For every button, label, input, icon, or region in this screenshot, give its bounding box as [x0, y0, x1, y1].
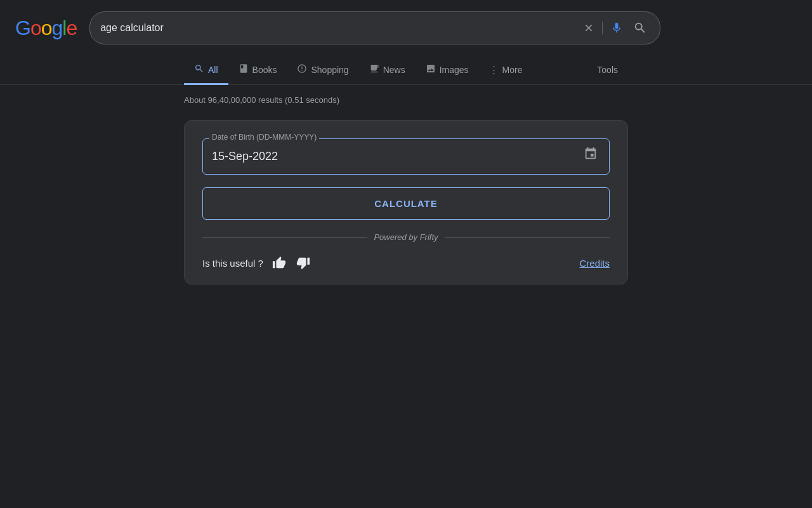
tab-all[interactable]: All	[184, 56, 228, 85]
dob-field-wrapper: Date of Birth (DD-MMM-YYYY) 15-Sep-2022	[202, 138, 610, 175]
dob-row: 15-Sep-2022	[212, 144, 600, 166]
all-icon	[194, 64, 204, 76]
header: Google	[0, 0, 812, 56]
tab-news-label: News	[383, 65, 405, 75]
search-bar	[89, 11, 660, 44]
google-logo: Google	[15, 17, 77, 40]
feedback-text: Is this useful ?	[202, 258, 263, 269]
tab-shopping-label: Shopping	[311, 65, 348, 75]
search-input[interactable]	[100, 22, 574, 34]
tab-news[interactable]: News	[359, 56, 416, 85]
credits-link[interactable]: Credits	[579, 258, 610, 269]
more-icon: ⋮	[489, 64, 499, 76]
tab-shopping[interactable]: Shopping	[287, 56, 358, 85]
powered-by-text: Powered by Frifty	[374, 232, 438, 242]
powered-by-divider: Powered by Frifty	[202, 232, 610, 242]
thumbs-up-button[interactable]	[271, 255, 287, 271]
results-count: About 96,40,00,000 results (0.51 seconds…	[184, 95, 339, 105]
news-icon	[369, 64, 379, 76]
search-button[interactable]	[631, 18, 650, 37]
dob-label: Date of Birth (DD-MMM-YYYY)	[209, 133, 319, 142]
tab-more-label: More	[502, 65, 523, 75]
feedback-row: Is this useful ?	[202, 255, 311, 271]
tab-books-label: Books	[252, 65, 277, 75]
tools-button[interactable]: Tools	[587, 57, 628, 84]
tab-more[interactable]: ⋮ More	[479, 57, 533, 85]
calendar-button[interactable]	[581, 144, 600, 166]
images-icon	[426, 64, 436, 76]
dob-value: 15-Sep-2022	[212, 150, 278, 163]
search-bar-icons	[580, 18, 650, 37]
nav-tabs: All Books Shopping News Images ⋮ More To…	[0, 56, 812, 85]
results-info: About 96,40,00,000 results (0.51 seconds…	[0, 85, 812, 115]
search-divider	[602, 22, 603, 34]
thumbs-down-button[interactable]	[295, 255, 311, 271]
books-icon	[239, 64, 249, 76]
tab-books[interactable]: Books	[228, 56, 287, 85]
voice-search-button[interactable]	[608, 19, 625, 37]
tab-all-label: All	[208, 65, 218, 75]
calculate-button[interactable]: CALCULATE	[202, 187, 610, 220]
tab-images-label: Images	[440, 65, 469, 75]
shopping-icon	[297, 64, 307, 76]
widget-footer: Is this useful ? Credits	[202, 252, 610, 284]
tab-images[interactable]: Images	[416, 56, 479, 85]
search-bar-wrapper	[89, 11, 660, 44]
clear-button[interactable]	[580, 20, 597, 36]
calculator-widget: Date of Birth (DD-MMM-YYYY) 15-Sep-2022 …	[184, 120, 628, 284]
